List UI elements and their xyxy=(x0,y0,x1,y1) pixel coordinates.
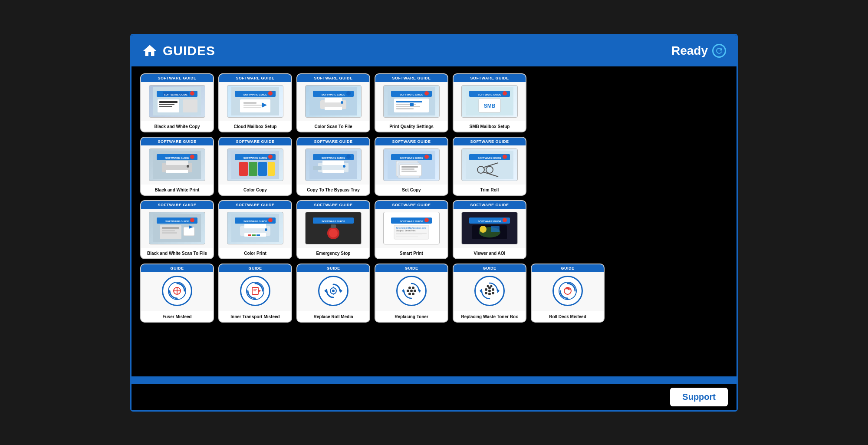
svg-rect-93 xyxy=(162,232,177,234)
svg-rect-121 xyxy=(396,234,422,235)
svg-point-162 xyxy=(487,285,489,287)
roll-deck-icon xyxy=(552,276,583,306)
svg-point-126 xyxy=(503,218,507,222)
card-bw-scan[interactable]: SOFTWARE GUIDE SOFTWARE GUIDE xyxy=(140,200,214,259)
card-label-waste-toner: Replacing Waste Toner Box xyxy=(454,311,526,322)
svg-rect-17 xyxy=(243,107,261,108)
refresh-icon[interactable] xyxy=(712,44,726,58)
card-smb[interactable]: SOFTWARE GUIDE SOFTWARE GUIDE SMB xyxy=(453,73,526,132)
card-header-replace-roll: GUIDE xyxy=(297,264,369,272)
svg-point-26 xyxy=(341,101,343,104)
svg-rect-5 xyxy=(159,106,172,107)
footer-bar xyxy=(132,376,736,384)
card-replacing-toner[interactable]: GUIDE xyxy=(375,264,448,323)
card-body-bypass: SOFTWARE GUIDE xyxy=(297,145,369,185)
card-color-scan[interactable]: SOFTWARE GUIDE SOFTWARE GUIDE xyxy=(296,73,370,132)
card-label-fuser: Fuser Misfeed xyxy=(141,311,213,322)
card-label-roll-deck: Roll Deck Misfeed xyxy=(532,311,604,322)
header-left: GUIDES xyxy=(142,43,215,59)
card-label-trim-roll: Trim Roll xyxy=(454,185,526,195)
thumb-color-copy: SOFTWARE GUIDE xyxy=(227,148,283,181)
thumb-viewer: SOFTWARE GUIDE xyxy=(461,212,518,244)
svg-point-22 xyxy=(346,91,351,96)
card-body-waste xyxy=(454,272,526,311)
card-header-emergency: SOFTWARE GUIDE xyxy=(297,201,369,209)
card-header-toner: GUIDE xyxy=(375,264,447,272)
card-smart-print[interactable]: SOFTWARE GUIDE SOFTWARE GUIDE for.smallp… xyxy=(375,200,448,259)
svg-text:SOFTWARE GUIDE: SOFTWARE GUIDE xyxy=(243,220,267,223)
svg-point-152 xyxy=(412,293,414,295)
card-roll-deck[interactable]: GUIDE Roll Deck Misfe xyxy=(531,264,605,323)
card-set-copy[interactable]: SOFTWARE GUIDE SOFTWARE GUIDE xyxy=(375,137,448,196)
card-bypass[interactable]: SOFTWARE GUIDE SOFTWARE GUIDE xyxy=(296,137,370,196)
svg-text:SOFTWARE GUIDE: SOFTWARE GUIDE xyxy=(165,157,189,159)
card-body-set-copy: SOFTWARE GUIDE xyxy=(375,145,447,185)
svg-rect-15 xyxy=(243,102,256,104)
thumb-color-print: SOFTWARE GUIDE xyxy=(227,212,283,244)
svg-point-81 xyxy=(503,155,507,159)
support-button[interactable]: Support xyxy=(670,388,728,406)
svg-rect-92 xyxy=(162,230,175,231)
svg-rect-58 xyxy=(268,162,275,176)
card-body-fuser xyxy=(141,272,213,311)
svg-rect-101 xyxy=(244,224,266,228)
card-header-viewer-aoi: SOFTWARE GUIDE xyxy=(454,201,526,209)
svg-rect-66 xyxy=(322,170,344,173)
svg-rect-6 xyxy=(183,99,197,112)
card-header-color-copy: SOFTWARE GUIDE xyxy=(219,138,291,145)
card-color-print[interactable]: SOFTWARE GUIDE SOFTWARE GUIDE xyxy=(218,200,292,259)
card-waste-toner[interactable]: GUIDE xyxy=(453,264,526,323)
svg-rect-34 xyxy=(396,106,420,107)
card-label-viewer-aoi: Viewer and AOI xyxy=(454,248,526,258)
svg-rect-35 xyxy=(396,108,414,109)
card-emergency[interactable]: SOFTWARE GUIDE SOFTWARE GUIDE xyxy=(296,200,370,259)
thumb-emergency: SOFTWARE GUIDE xyxy=(305,212,362,244)
card-fuser[interactable]: GUIDE Fuser Misfeed xyxy=(140,264,214,323)
card-label-bw-copy: Black and White Copy xyxy=(141,121,213,132)
card-inner-transport[interactable]: GUIDE xyxy=(218,264,292,323)
card-body-inner xyxy=(219,272,291,311)
guide-row-4: GUIDE Fuser Misfeed xyxy=(140,264,728,323)
card-color-copy[interactable]: SOFTWARE GUIDE SOFTWARE GUIDE xyxy=(218,137,292,196)
svg-rect-103 xyxy=(248,234,251,236)
svg-rect-48 xyxy=(166,161,188,165)
card-body-cloud: SOFTWARE GUIDE xyxy=(219,82,291,121)
card-replace-roll[interactable]: GUIDE xyxy=(296,264,370,323)
svg-point-163 xyxy=(490,285,493,287)
svg-point-158 xyxy=(485,292,487,294)
svg-point-62 xyxy=(346,155,351,159)
card-body-smb: SOFTWARE GUIDE SMB xyxy=(454,82,526,121)
card-label-toner: Replacing Toner xyxy=(375,311,447,322)
svg-point-155 xyxy=(488,290,491,292)
svg-rect-64 xyxy=(313,166,322,170)
svg-rect-32 xyxy=(396,101,422,102)
card-label-smb: SMB Mailbox Setup xyxy=(454,121,526,132)
card-body-bw-scan: SOFTWARE GUIDE xyxy=(141,209,213,248)
svg-point-149 xyxy=(408,287,411,289)
svg-point-147 xyxy=(407,290,409,292)
svg-text:SOFTWARE GUIDE: SOFTWARE GUIDE xyxy=(322,93,345,96)
card-bw-copy[interactable]: SOFTWARE GUIDE SOF xyxy=(140,73,214,132)
card-header-color-scan: SOFTWARE GUIDE xyxy=(297,74,369,82)
svg-text:Subject: Smart Print: Subject: Smart Print xyxy=(396,229,416,232)
card-print-quality[interactable]: SOFTWARE GUIDE SOFTWARE GUIDE xyxy=(375,73,448,132)
thumb-color-scan: SOFTWARE GUIDE xyxy=(305,85,362,118)
card-header-set-copy: SOFTWARE GUIDE xyxy=(375,138,447,145)
waste-toner-icon xyxy=(474,276,505,306)
card-bw-print[interactable]: SOFTWARE GUIDE SOFTWARE GUIDE xyxy=(140,137,214,196)
footer-action-bar: Support xyxy=(132,384,736,410)
card-viewer-aoi[interactable]: SOFTWARE GUIDE SOFTWARE GUIDE xyxy=(453,200,526,259)
svg-point-99 xyxy=(268,218,273,222)
card-trim-roll[interactable]: SOFTWARE GUIDE SOFTWARE GUIDE xyxy=(453,137,526,196)
svg-point-40 xyxy=(503,91,507,96)
svg-text:SOFTWARE GUIDE: SOFTWARE GUIDE xyxy=(400,157,424,159)
fuser-icon-circle xyxy=(162,276,192,306)
svg-point-157 xyxy=(492,288,494,291)
status-text: Ready xyxy=(671,44,708,58)
home-icon[interactable] xyxy=(142,43,158,59)
card-body-color-print: SOFTWARE GUIDE xyxy=(219,209,291,248)
svg-point-151 xyxy=(408,293,411,295)
card-cloud-mailbox[interactable]: SOFTWARE GUIDE SOFTWARE GUIDE xyxy=(218,73,292,132)
svg-rect-120 xyxy=(396,233,427,234)
svg-point-112 xyxy=(329,229,338,237)
